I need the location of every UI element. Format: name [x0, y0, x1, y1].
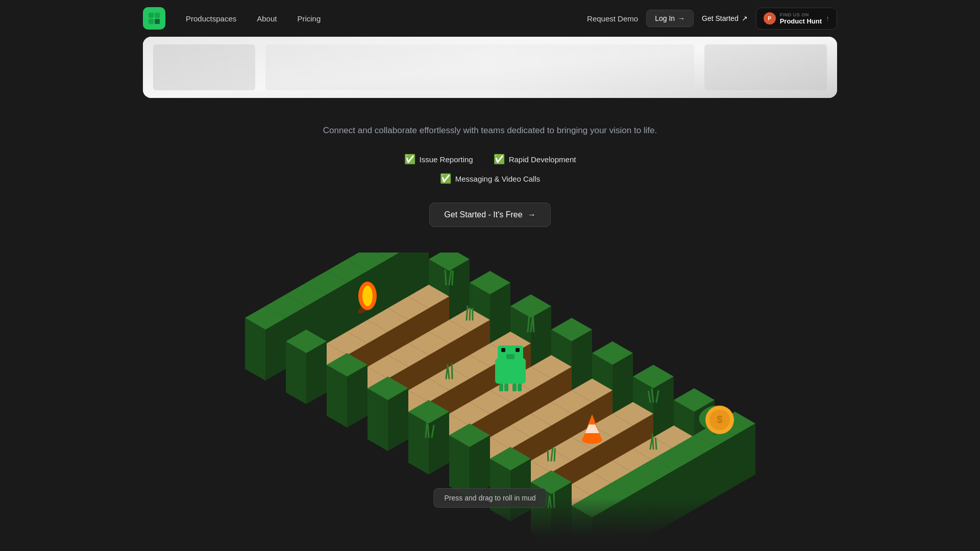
cta-button[interactable]: Get Started - It's Free → [429, 203, 550, 227]
svg-text:$: $ [717, 414, 722, 425]
feature-label-issue: Issue Reporting [420, 155, 473, 164]
hero-section: Connect and collaborate effortlessly wit… [0, 98, 980, 242]
svg-line-245 [554, 449, 555, 461]
features-row1: ✅ Issue Reporting ✅ Rapid Development [10, 154, 970, 165]
login-button[interactable]: Log In → [646, 10, 694, 27]
get-started-nav-button[interactable]: Get Started ↗ [702, 14, 748, 22]
svg-line-243 [548, 450, 548, 461]
feature-issue-reporting: ✅ Issue Reporting [404, 154, 473, 165]
svg-rect-263 [516, 348, 520, 352]
check-icon-rapid: ✅ [494, 154, 505, 165]
product-hunt-arrow-icon: ↑ [826, 14, 829, 22]
feature-messaging: ✅ Messaging & Video Calls [440, 173, 540, 184]
feature-rapid-dev: ✅ Rapid Development [494, 154, 576, 165]
feature-label-rapid: Rapid Development [509, 155, 576, 164]
login-label: Log In [655, 14, 675, 22]
svg-line-242 [452, 364, 452, 379]
svg-rect-2 [149, 19, 154, 24]
svg-rect-3 [155, 19, 160, 24]
login-arrow-icon: → [678, 14, 685, 22]
drag-tooltip: Press and drag to roll in mud [434, 488, 547, 508]
svg-line-235 [470, 308, 470, 320]
nav-right: Request Demo Log In → Get Started ↗ P FI… [587, 8, 837, 30]
product-hunt-badge[interactable]: P FIND US ON Product Hunt ↑ [756, 8, 837, 30]
svg-line-247 [428, 425, 429, 437]
hero-banner [143, 37, 837, 98]
svg-rect-262 [501, 348, 505, 352]
svg-line-238 [652, 434, 653, 449]
product-hunt-name: Product Hunt [780, 17, 822, 25]
svg-rect-264 [506, 354, 514, 359]
cta-label: Get Started - It's Free [444, 210, 522, 219]
navbar: Productspaces About Pricing Request Demo… [0, 0, 980, 37]
svg-rect-268 [518, 384, 522, 391]
get-started-nav-arrow-icon: ↗ [742, 14, 748, 22]
hero-subtitle: Connect and collaborate effortlessly wit… [311, 123, 669, 137]
check-icon-messaging: ✅ [440, 173, 451, 184]
nav-pricing[interactable]: Pricing [297, 14, 321, 23]
product-hunt-text: FIND US ON Product Hunt [780, 12, 822, 25]
get-started-nav-label: Get Started [702, 14, 739, 22]
features-row2: ✅ Messaging & Video Calls [10, 173, 970, 184]
svg-line-234 [467, 306, 468, 320]
scene-container[interactable]: $ Press and drag to roll in mud [0, 253, 980, 538]
svg-rect-265 [499, 384, 503, 391]
svg-line-239 [655, 438, 656, 449]
logo[interactable] [143, 7, 165, 30]
svg-line-225 [445, 270, 446, 285]
product-hunt-icon: P [764, 12, 776, 24]
svg-line-227 [452, 271, 453, 285]
banner-shimmer [143, 37, 837, 98]
nav-productspaces[interactable]: Productspaces [186, 14, 236, 23]
nav-about[interactable]: About [257, 14, 277, 23]
svg-rect-267 [512, 384, 517, 391]
tooltip-text: Press and drag to roll in mud [445, 494, 536, 502]
request-demo-link[interactable]: Request Demo [587, 14, 638, 23]
product-hunt-find-us: FIND US ON [780, 12, 822, 17]
check-icon-issue: ✅ [404, 154, 415, 165]
svg-rect-1 [155, 13, 160, 18]
cta-arrow-icon: → [528, 210, 536, 219]
svg-point-274 [362, 286, 373, 306]
feature-label-messaging: Messaging & Video Calls [455, 174, 540, 183]
svg-line-230 [533, 317, 534, 332]
svg-rect-266 [504, 384, 508, 391]
svg-rect-0 [149, 13, 154, 18]
nav-left: Productspaces About Pricing [143, 7, 321, 30]
